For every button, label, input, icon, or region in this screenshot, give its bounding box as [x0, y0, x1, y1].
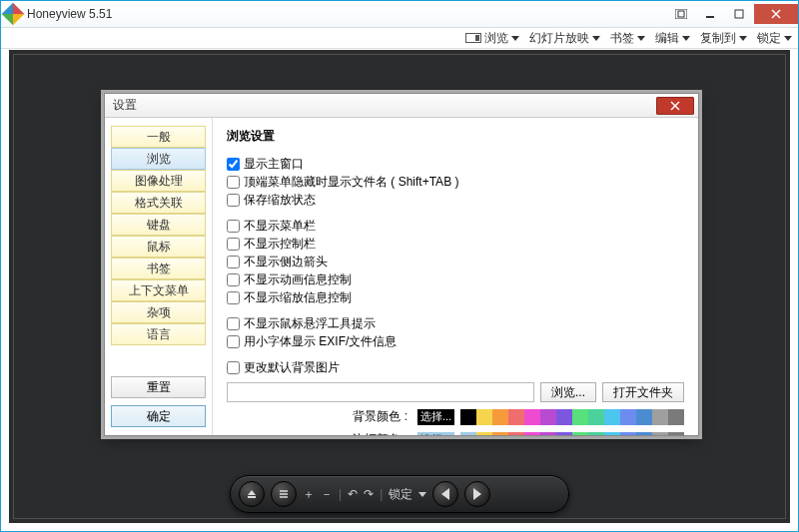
bg-image-path-input[interactable]	[227, 382, 534, 402]
color-swatch[interactable]	[572, 432, 588, 436]
bg-color-palette	[460, 409, 684, 425]
ok-button[interactable]: 确定	[111, 405, 206, 427]
minimize-button[interactable]	[696, 4, 724, 24]
color-swatch[interactable]	[508, 409, 524, 425]
player-lock-label[interactable]: 锁定	[389, 486, 412, 503]
settings-tab-9[interactable]: 语言	[111, 323, 206, 345]
open-folder-button[interactable]: 打开文件夹	[602, 382, 684, 402]
app-title: Honeyview 5.51	[27, 7, 112, 21]
chevron-down-icon	[784, 36, 792, 41]
player-bar: ＋ － | ↶ ↷ | 锁定	[230, 475, 569, 513]
settings-tab-6[interactable]: 书签	[111, 258, 206, 279]
svg-rect-7	[248, 496, 256, 498]
color-swatch[interactable]	[556, 432, 572, 436]
settings-tab-7[interactable]: 上下文菜单	[111, 279, 206, 301]
prev-button[interactable]	[432, 481, 458, 507]
chk-hide-anim-control[interactable]: 不显示动画信息控制	[227, 270, 684, 288]
color-swatch[interactable]	[636, 432, 652, 436]
color-swatch[interactable]	[652, 432, 668, 436]
color-swatch[interactable]	[668, 432, 684, 436]
chevron-down-icon	[739, 36, 747, 41]
color-swatch[interactable]	[604, 432, 620, 436]
settings-tab-3[interactable]: 格式关联	[111, 192, 206, 214]
color-swatch[interactable]	[492, 432, 508, 436]
zoom-in-icon[interactable]: ＋	[303, 486, 315, 503]
chevron-down-icon	[682, 36, 690, 41]
chk-save-zoom[interactable]: 保存缩放状态	[227, 191, 684, 209]
chevron-right-icon	[473, 488, 481, 500]
chevron-down-icon	[511, 36, 519, 41]
color-swatch[interactable]	[460, 432, 476, 436]
close-button[interactable]	[754, 4, 798, 24]
settings-sidebar: 一般浏览图像处理格式关联键盘鼠标书签上下文菜单杂项语言 重置 确定	[105, 118, 213, 435]
toolbar-view[interactable]: 浏览	[465, 30, 519, 47]
color-swatch[interactable]	[460, 409, 476, 425]
rotate-right-icon[interactable]: ↷	[364, 487, 374, 501]
color-swatch[interactable]	[508, 432, 524, 436]
settings-tab-1[interactable]: 浏览	[111, 148, 206, 170]
color-swatch[interactable]	[588, 409, 604, 425]
section-heading: 浏览设置	[227, 128, 684, 145]
svg-rect-1	[678, 11, 684, 17]
bg-color-label: 背景颜色 :	[227, 408, 411, 425]
chevron-down-icon	[592, 36, 600, 41]
rotate-left-icon[interactable]: ↶	[348, 487, 358, 501]
chk-hide-tooltip[interactable]: 不显示鼠标悬浮工具提示	[227, 314, 684, 332]
color-swatch[interactable]	[636, 409, 652, 425]
color-swatch[interactable]	[476, 409, 492, 425]
toolbar-copy-to[interactable]: 复制到	[700, 30, 747, 47]
maximize-button[interactable]	[725, 4, 753, 24]
settings-tab-4[interactable]: 键盘	[111, 214, 206, 236]
border-color-select-button[interactable]: 选择...	[417, 432, 454, 436]
color-swatch[interactable]	[620, 432, 636, 436]
player-controls: ＋ － | ↶ ↷ | 锁定	[303, 486, 426, 503]
view-mode-icon	[465, 33, 481, 43]
color-swatch[interactable]	[540, 409, 556, 425]
chk-show-main-window[interactable]: 显示主窗口	[227, 155, 684, 173]
color-swatch[interactable]	[540, 432, 556, 436]
color-swatch[interactable]	[492, 409, 508, 425]
toolbar-edit[interactable]: 编辑	[655, 30, 690, 47]
color-swatch[interactable]	[524, 409, 540, 425]
settings-tab-0[interactable]: 一般	[111, 126, 206, 148]
browse-button[interactable]: 浏览...	[540, 382, 596, 402]
dialog-titlebar: 设置	[105, 94, 698, 118]
reset-button[interactable]: 重置	[111, 376, 206, 398]
chk-hide-controlbar[interactable]: 不显示控制栏	[227, 235, 684, 253]
settings-tab-5[interactable]: 鼠标	[111, 236, 206, 258]
chk-hide-side-arrows[interactable]: 不显示侧边箭头	[227, 253, 684, 270]
toolbar-lock[interactable]: 锁定	[757, 30, 792, 47]
color-swatch[interactable]	[668, 409, 684, 425]
chk-hide-zoom-control[interactable]: 不显示缩放信息控制	[227, 288, 684, 306]
border-color-label: 边框颜色 :	[227, 431, 411, 435]
chevron-left-icon	[441, 488, 449, 500]
color-swatch[interactable]	[620, 409, 636, 425]
svg-rect-3	[735, 10, 743, 18]
dialog-title: 设置	[113, 97, 137, 114]
dialog-close-button[interactable]	[656, 97, 694, 115]
chk-small-font-exif[interactable]: 用小字体显示 EXIF/文件信息	[227, 332, 684, 350]
color-swatch[interactable]	[604, 409, 620, 425]
chk-hide-menubar[interactable]: 不显示菜单栏	[227, 217, 684, 235]
zoom-out-icon[interactable]: －	[321, 486, 333, 503]
chk-change-bg-image[interactable]: 更改默认背景图片	[227, 358, 684, 376]
toolbar-bookmark[interactable]: 书签	[610, 30, 645, 47]
color-swatch[interactable]	[524, 432, 540, 436]
svg-marker-6	[248, 490, 256, 495]
color-swatch[interactable]	[588, 432, 604, 436]
menu-button[interactable]	[271, 481, 297, 507]
color-swatch[interactable]	[572, 409, 588, 425]
next-button[interactable]	[464, 481, 490, 507]
color-swatch[interactable]	[476, 432, 492, 436]
chk-show-filename[interactable]: 顶端菜单隐藏时显示文件名 ( Shift+TAB )	[227, 173, 684, 191]
color-swatch[interactable]	[652, 409, 668, 425]
toolbar-slideshow[interactable]: 幻灯片放映	[529, 30, 600, 47]
settings-tab-8[interactable]: 杂项	[111, 301, 206, 323]
color-swatch[interactable]	[556, 409, 572, 425]
settings-content: 浏览设置 显示主窗口 顶端菜单隐藏时显示文件名 ( Shift+TAB ) 保存…	[213, 118, 698, 435]
bg-color-select-button[interactable]: 选择...	[417, 409, 454, 425]
fullscreen-button[interactable]	[667, 4, 695, 24]
settings-tab-2[interactable]: 图像处理	[111, 170, 206, 192]
app-icon	[2, 3, 25, 26]
eject-button[interactable]	[239, 481, 265, 507]
